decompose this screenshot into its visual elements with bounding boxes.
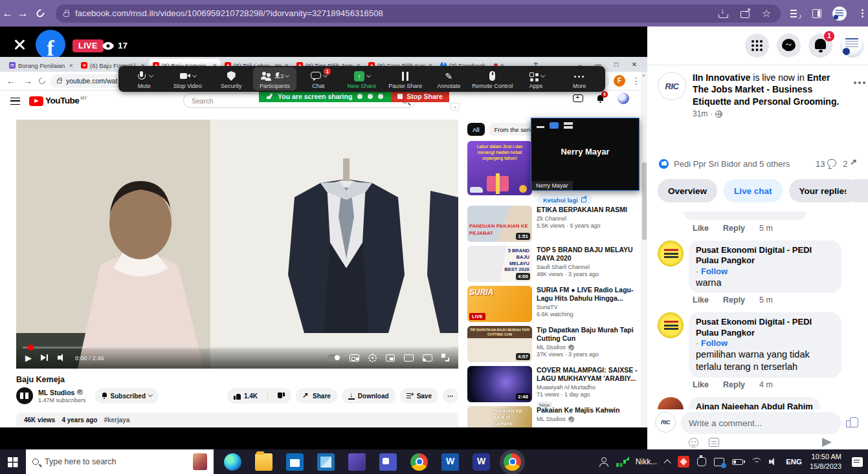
zoom-toolbar-button[interactable]: New Share [340,67,383,91]
comment-input[interactable]: Write a comment... [681,412,841,434]
extension-icon[interactable] [832,6,847,21]
video-thumbnail[interactable]: TIP DAPATKAN BAJU MURAH TAPI CUTTING CUN… [467,326,532,362]
chevron-down-icon[interactable] [366,72,371,77]
ad-thumbnail[interactable]: Labur dalam Zest-i dan menangi hadiah he… [467,141,532,195]
back-icon[interactable]: ← [5,76,17,86]
zoom-participant-window[interactable]: Nerry Mayar Nerry Mayar [531,118,640,191]
playlist-extension-icon[interactable] [790,8,801,19]
taskbar-app-icon[interactable] [379,453,397,471]
download-button[interactable]: Download [342,388,395,404]
banner-collapse-icon[interactable]: ⌄ [451,103,460,111]
profile-avatar[interactable]: F [614,75,625,87]
suggested-video[interactable]: 5 BRAND BAJU MELAYU BEST 2020 4:00 TOP 5… [467,246,641,283]
browser-tab[interactable]: Borang Penilaian × [5,59,77,72]
address-bar[interactable]: facebook.com/msd.iln/videos/100695921072… [56,5,781,23]
maximize-icon[interactable]: □ [607,61,625,68]
like-button[interactable]: 1.4K [227,388,264,404]
theater-mode-icon[interactable] [404,354,414,361]
filter-chip[interactable]: All [467,123,485,136]
forward-icon[interactable]: → [15,7,30,20]
tray-app-icon[interactable] [697,457,706,466]
apps-grid-icon[interactable] [745,34,769,58]
download-icon[interactable] [717,8,729,19]
share-button[interactable]: Share [296,388,337,404]
video-thumbnail[interactable]: SURIA LIVE [467,286,532,322]
video-thumbnail[interactable]: PANDUAN PAKAIAN KE PEJABAT 1:51 [467,206,532,242]
ad-cta-button[interactable]: Ketahui lagi [537,194,592,206]
commenter-avatar[interactable] [658,241,684,266]
taskbar-search[interactable]: Type here to search [26,449,214,474]
follow-link[interactable]: Follow [701,338,728,348]
like-link[interactable]: Like [693,296,709,305]
page-avatar[interactable]: RIC [658,72,686,100]
suggested-video[interactable]: PANDUAN PAKAIAN KE PEJABAT 1:51 ETIKA BE… [467,206,641,243]
zoom-toolbar-button[interactable]: Remote Control [471,67,514,91]
zoom-toolbar-button[interactable]: 1 Chat [296,67,340,91]
like-link[interactable]: Like [693,224,709,233]
channel-name[interactable]: ML Studios [38,389,74,396]
zoom-toolbar-button[interactable]: Mute [122,67,166,91]
volume-icon[interactable] [769,458,778,466]
liked-by-text[interactable]: Pedi Ppr Sri Bidor and 5 others [674,159,790,169]
hashtag[interactable]: #kerjaya [104,416,129,424]
post-title[interactable]: IIn Innovative is live now in Enter The … [693,72,843,107]
taskbar-app-icon[interactable] [410,453,428,471]
video-thumbnail[interactable]: 5 BRAND BAJU MELAYU BEST 2020 4:00 [467,246,532,282]
zoom-toolbar-button[interactable]: 113 Participants [253,67,296,91]
reload-icon[interactable] [35,8,46,19]
channel-name[interactable]: SuriaTV [537,304,558,310]
url-text[interactable]: youtube.com/wat [66,77,117,85]
captions-icon[interactable] [350,354,359,361]
taskbar-app-icon[interactable] [441,453,459,471]
stocks-widget-icon[interactable] [616,457,628,467]
profile-avatar[interactable] [840,34,864,58]
video-title[interactable]: ETIKA BERPAKAIAN RASMI [537,206,641,214]
video-title[interactable]: Pakaian Ke Majlis Kahwin [537,406,641,415]
channel-name[interactable]: Muawiyah Al Murtadho [537,384,595,391]
video-title[interactable]: Tip Dapatkan Baju Murah Tapi Cutting Cun [537,326,641,343]
browser-menu-icon[interactable] [856,8,868,19]
comment-count[interactable]: 13 [816,159,836,169]
wifi-icon[interactable] [751,458,761,466]
facebook-logo[interactable] [36,30,65,59]
fullscreen-icon[interactable] [441,354,449,361]
video-thumbnail[interactable]: 2:48 [467,366,532,402]
suggested-video[interactable]: PAKAIAN KE MAJLIS KAHWIN Pakaian Ke Majl… [467,406,641,427]
reply-link[interactable]: Reply [723,224,745,233]
video-player[interactable]: ▶ 0:00 / 2:46 [16,120,458,369]
progress-bar[interactable] [23,347,452,349]
video-title[interactable]: COVER MALAMPAGI: SAIXSE - LAGU MUKHAYYAM… [537,366,641,383]
messenger-icon[interactable] [777,34,801,58]
quick-like-icon[interactable] [846,416,859,429]
bookmark-icon[interactable] [761,8,773,19]
channel-name[interactable]: Zk Channel [537,215,566,222]
panel-tab[interactable]: Live chat [724,179,783,202]
create-video-icon[interactable] [573,94,583,102]
chevron-down-icon[interactable] [192,72,197,77]
author-name[interactable]: IIn Innovative [693,72,750,83]
people-icon[interactable] [599,457,608,466]
miniplayer-icon[interactable] [386,354,395,361]
send-comment-icon[interactable] [822,438,832,447]
youtube-logo[interactable]: YouTube MY [29,96,87,106]
progress-handle[interactable] [28,345,34,350]
notifications-bell-icon[interactable]: 1 [808,34,832,58]
panel-tab-cut[interactable] [846,179,868,202]
taskbar-app-icon[interactable] [504,453,521,471]
zoom-toolbar-button[interactable]: Annotate [427,67,471,91]
chevron-down-icon[interactable] [285,72,289,77]
close-window-icon[interactable]: ✕ [625,61,643,68]
gif-icon[interactable] [709,438,719,447]
settings-gear-icon[interactable] [368,354,377,362]
panel-tab[interactable]: Overview [658,179,717,202]
minimize-icon[interactable] [537,126,544,128]
taskbar-app-icon[interactable] [286,453,304,471]
emoji-icon[interactable] [689,438,698,447]
share-count[interactable]: 2 [843,159,859,169]
window-tray-icon[interactable] [714,458,724,466]
clock[interactable]: 10:50 AM 15/8/2023 [810,452,841,471]
channel-name[interactable]: ML Studios [537,416,566,422]
zoom-toolbar-button[interactable]: More [558,67,601,91]
reload-icon[interactable] [38,76,47,85]
more-actions-button[interactable]: ⋯ [443,388,458,404]
